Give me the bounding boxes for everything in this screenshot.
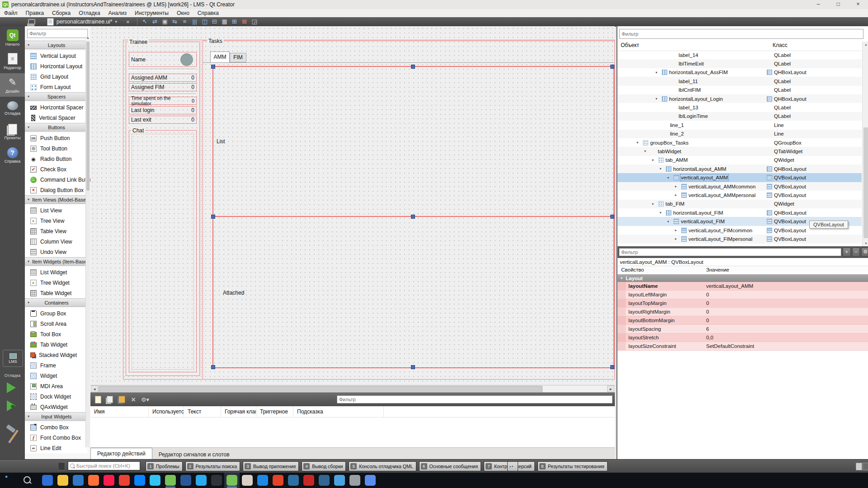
designer-tool-icon[interactable]: ◲ [250,18,259,26]
scrollbar-thumb[interactable] [863,127,868,238]
selection-handle[interactable] [610,65,614,69]
property-value[interactable]: 0 [706,318,709,323]
action-editor-filter-input[interactable] [337,395,613,404]
layout-section-header[interactable]: ▾ Layout [618,274,868,282]
object-tree-row[interactable]: ▾ horizontalLayout_AMM QHBoxLayout [618,164,862,173]
menu-item[interactable]: Файл [0,9,22,17]
property-row[interactable]: layoutSizeConstraint SetDefaultConstrain… [618,342,868,351]
object-tree-scrollbar[interactable]: ▲ ▼ [862,42,868,246]
widget-box-item[interactable]: ◉ Radio Button [25,154,87,164]
widget-box-item[interactable]: Table View [25,226,87,236]
widget-box-item[interactable]: Grid Layout [25,71,87,82]
designer-tool-icon[interactable]: ▦ [220,18,230,26]
widget-box-section-header[interactable]: ▾ Containers [25,298,87,307]
widget-box-item[interactable]: → Command Link Button [25,174,87,185]
object-tree-row[interactable]: line_1 Line [618,121,862,129]
object-column-header[interactable]: Объект [621,42,639,48]
mode-button[interactable]: Проекты [0,120,25,144]
widget-box-item[interactable]: ▸ Tree View [25,216,87,226]
last-exit-row[interactable]: Last exit 0 [129,116,197,124]
panel-spinner-button[interactable]: ▲▼ [507,461,518,471]
widget-box-item[interactable]: ab Line Edit [25,443,87,453]
object-inspector-filter-input[interactable] [619,29,863,39]
object-tree-row[interactable]: lblCntFIM QLabel [618,86,862,94]
object-tree-row[interactable]: ▾ horizontalLayout_AssFIM QHBoxLayout [618,68,862,77]
widget-box-section-header[interactable]: ▾ Spacers [25,92,87,101]
menu-item[interactable]: Сборка [48,9,75,17]
build-button[interactable] [4,425,22,446]
taskbar-app-icon[interactable] [209,473,224,488]
scroll-up-arrow-icon[interactable]: ▲ [863,42,868,47]
property-settings-button[interactable]: ⚙ [861,248,868,257]
object-tree-row[interactable]: ▾ horizontalLayout_FIM QHBoxLayout [618,208,862,217]
widget-box-item[interactable]: Scroll Area [25,319,87,329]
tree-chevron-icon[interactable]: ▾ [652,158,658,162]
widget-box-section-header[interactable]: ▾ Item Widgets (Item-Based) [25,257,87,266]
taskbar-app-icon[interactable] [147,473,163,488]
form-editor-canvas[interactable]: Trainee Name Assigned AMM 0 Assigned FIM… [90,26,615,385]
value-column-header[interactable]: Значение [706,267,729,272]
new-action-icon[interactable] [94,395,102,404]
tree-chevron-icon[interactable]: ▾ [656,97,662,101]
scrollbar-thumb[interactable] [86,42,90,191]
start-button[interactable] [5,476,9,480]
selection-handle[interactable] [211,365,215,369]
property-value[interactable]: verticalLayout_AMM [706,283,753,289]
tree-chevron-icon[interactable]: ▸ [675,193,681,197]
taskbar-app-icon[interactable] [363,473,378,488]
menu-item[interactable]: Отладка [75,9,104,17]
designer-tool-icon[interactable]: ▣ [160,18,170,26]
property-value[interactable]: 0 [706,309,709,314]
open-document-selector[interactable]: personalcardtrainee.ui* [57,19,112,25]
scroll-down-arrow-icon[interactable]: ▼ [863,240,868,246]
output-panel-button[interactable]: 1 Проблемы [146,461,183,471]
mode-button[interactable]: ≡ Редактор [0,50,25,73]
taskbar-app-icon[interactable] [163,473,178,488]
kit-selector[interactable]: LMS [3,350,23,367]
widget-box-item[interactable]: List View [25,205,87,216]
tree-chevron-icon[interactable]: ▾ [667,176,674,180]
assigned-amm-row[interactable]: Assigned AMM 0 [129,74,197,82]
chevron-down-icon[interactable]: ▾ [115,19,117,24]
widget-box-item[interactable]: Widget [25,371,87,381]
designer-tool-icon[interactable]: ≡ [180,18,190,26]
widget-box-item[interactable]: Vertical Spacer [25,113,87,123]
sidebar-toggle-icon[interactable] [58,462,65,470]
widget-box-item[interactable]: Vertical Layout [25,51,87,61]
taskbar-app-icon[interactable] [347,473,363,488]
action-column-header[interactable]: Используется [149,406,184,417]
scroll-up-arrow-icon[interactable]: ▲ [86,35,90,40]
taskbar-app-icon[interactable] [40,473,55,488]
mode-button[interactable]: Qt Начало [0,26,25,50]
action-column-header[interactable]: Горячая клавиш [221,406,256,417]
widget-box-item[interactable]: Horizontal Spacer [25,102,87,113]
widget-box-item[interactable]: Table Widget [25,288,87,298]
property-column-header[interactable]: Свойство [621,267,644,272]
tree-chevron-icon[interactable]: ▾ [667,220,674,224]
taskbar-app-icon[interactable] [286,473,301,488]
widget-box-item[interactable]: Frame [25,360,87,371]
tree-chevron-icon[interactable]: ▾ [660,211,666,215]
time-spent-row[interactable]: Time spent on the simulator 0 [129,97,197,105]
scroll-left-arrow-icon[interactable]: ◄ [91,385,98,392]
widget-box-item[interactable]: Form Layout [25,82,87,92]
class-column-header[interactable]: Класс [773,42,788,48]
widget-box-item[interactable]: ▸ Tree Widget [25,277,87,288]
last-login-row[interactable]: Last login 0 [129,106,197,114]
widget-box-item[interactable]: ✓ Check Box [25,164,87,174]
output-panel-button[interactable]: 2 Результаты поиска [185,461,241,471]
widget-box-scrollbar[interactable] [85,41,90,447]
object-tree-row[interactable]: ▾ verticalLayout_AMM QVBoxLayout [618,173,862,182]
widget-box-item[interactable]: MDI Area [25,381,87,391]
action-column-header[interactable]: Имя [90,406,149,417]
menu-item[interactable]: Правка [22,9,48,17]
selection-handle[interactable] [610,215,614,219]
object-tree-row[interactable]: ▾ horizontalLayout_Login QHBoxLayout [618,94,862,103]
minimize-button[interactable]: – [808,0,828,9]
taskbar-app-icon[interactable] [240,473,255,488]
object-tree-row[interactable]: ▸ verticalLayout_FIMpersonal QVBoxLayout [618,235,862,243]
property-filter-input[interactable] [619,248,841,256]
taskbar-app-icon[interactable] [255,473,270,488]
designer-tool-icon[interactable]: ⇆ [170,18,180,26]
widget-box-item[interactable]: OK Push Button [25,133,87,143]
